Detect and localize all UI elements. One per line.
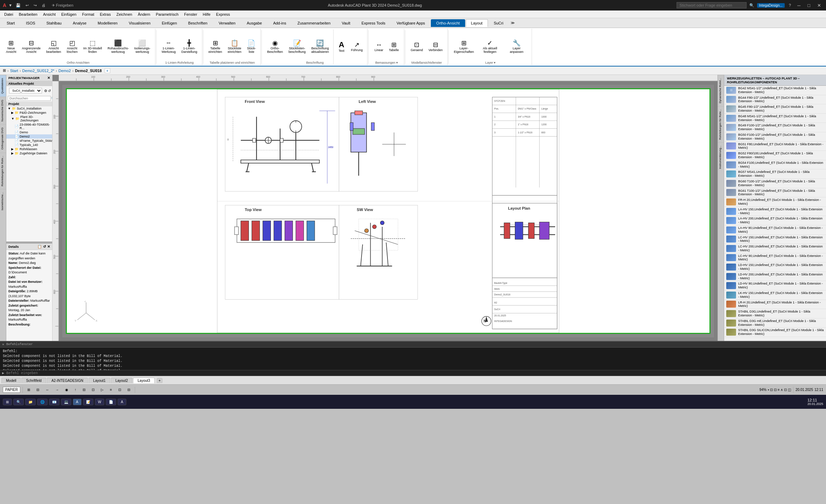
menu-format[interactable]: Format xyxy=(79,12,97,17)
ribbon-btn-geraend[interactable]: ⊡ Geraend xyxy=(408,40,425,54)
project-settings-icon[interactable]: ⚙ xyxy=(44,89,47,93)
menu-ansicht[interactable]: Ansicht xyxy=(40,12,58,17)
project-refresh-icon[interactable]: ↺ xyxy=(48,89,51,93)
command-close-icon[interactable]: ✕ xyxy=(2,342,4,346)
ribbon-btn-neue-ansicht[interactable]: ⊞ NeueAnsicht xyxy=(4,38,19,55)
list-item[interactable]: LD-HV 150,Undefined_ET (SuCri Module 1 -… xyxy=(724,262,826,272)
details-close-icon[interactable]: ✕ xyxy=(47,245,50,248)
status-clean[interactable]: ⊟ xyxy=(125,387,133,393)
ribbon-btn-tabelle-bem[interactable]: ⊞ Tabelle xyxy=(386,40,401,54)
list-item[interactable]: FR-H 20,Undefined_ET (SuCri Module 1 - S… xyxy=(724,197,826,207)
ribbon-btn-stuecklisten-beschriftung[interactable]: 📝 Stücklisten-beschriftung xyxy=(286,38,308,55)
list-item[interactable]: LA-HV 200,Undefined_ET (SuCri Module 1 -… xyxy=(724,216,826,225)
side-tab-orthogonale[interactable]: Orthogonale DVG xyxy=(0,124,6,153)
list-item[interactable]: STABIL D3G mE,Undefined_ET (SuCri Module… xyxy=(724,318,826,328)
menu-datei[interactable]: Datei xyxy=(1,12,16,17)
details-refresh-icon[interactable]: ↺ xyxy=(43,245,46,248)
side-tab-dynamische[interactable]: Dynamische Rohrl... xyxy=(718,75,724,106)
minimize-button[interactable]: ─ xyxy=(795,2,803,9)
ribbon-btn-als-aktuell-festlegen[interactable]: ✓ Als aktuell festlegen xyxy=(477,38,503,55)
project-search-input[interactable] xyxy=(8,96,50,100)
status-papier[interactable]: PAPIER xyxy=(3,387,20,393)
list-item[interactable]: LC-HV 150,Undefined_ET (SuCri Module 1 -… xyxy=(724,235,826,244)
status-otrack[interactable]: ↑ xyxy=(72,387,79,393)
ribbon-btn-linear[interactable]: ↔ Linear xyxy=(372,40,386,54)
list-item[interactable]: BG54 F100,Undefined_ET (SuCri Module 1 -… xyxy=(724,160,826,170)
tab-layout[interactable]: Layout xyxy=(466,19,488,27)
tab-addins[interactable]: Add-ins xyxy=(268,19,291,27)
list-item[interactable]: LK-HV 150,Undefined_ET (SuCri Module 1 -… xyxy=(724,290,826,300)
new-tab-button[interactable]: + xyxy=(105,68,110,73)
list-item[interactable]: BG44 F80-1/2",Undefined_ET (SuCri Module… xyxy=(724,95,826,105)
taskbar-autocad[interactable]: A xyxy=(73,399,82,405)
status-ortho[interactable]: ↔ xyxy=(43,387,51,393)
list-item[interactable]: ⊡ BG42 MS41-1/2",Undefined_ET (SuCri Mod… xyxy=(724,86,826,95)
taskbar-explorer[interactable]: 📁 xyxy=(25,399,36,405)
breadcrumb-demo2-su012[interactable]: Demo2_SU012_2* xyxy=(22,69,55,73)
tab-isos[interactable]: ISOS xyxy=(21,19,40,27)
qat-redo[interactable]: ↪ xyxy=(32,3,38,8)
list-item[interactable]: LA-HV 90,Undefined_ET (SuCri Module 1 - … xyxy=(724,225,826,235)
tab-overflow[interactable]: ≫ xyxy=(511,21,515,25)
list-item[interactable]: LA-HV 150,Undefined_ET (SuCri Module 1 -… xyxy=(724,207,826,216)
ribbon-btn-layer-eigenschaften[interactable]: ⊞ Layer-Eigenschaften xyxy=(451,38,476,55)
tab-zusammenarbeiten[interactable]: Zusammenarbeiten xyxy=(292,19,336,27)
tab-einfuegen[interactable]: Einfügen xyxy=(156,19,182,27)
taskbar-autocad2[interactable]: A xyxy=(118,399,126,405)
list-item[interactable]: STABIL D3G SILICON,Undefined_ET (SuCri M… xyxy=(724,328,826,337)
list-item[interactable]: LC-HV 200,Undefined_ET (SuCri Module 1 -… xyxy=(724,244,826,253)
ribbon-btn-beschriftung-aktualisieren[interactable]: 🔄 Beschriftungaktualisieren xyxy=(309,38,331,55)
list-item[interactable]: BG57 MS41,Undefined_ET (SuCri Module 1 -… xyxy=(724,169,826,179)
tab-modellieren[interactable]: Modellieren xyxy=(92,19,123,27)
project-search-icon[interactable]: 🔍 xyxy=(50,97,52,100)
taskbar-edge[interactable]: 🌐 xyxy=(37,399,48,405)
drawing-background[interactable]: Front View xyxy=(62,85,714,337)
side-tab-instrumentierung[interactable]: Instrumentierung... xyxy=(718,142,724,172)
tab-verfuegbare-apps[interactable]: Verfügbare Apps xyxy=(391,19,430,27)
list-item[interactable]: BG45 F80-1/2",Undefined_ET (SuCri Module… xyxy=(724,104,826,114)
tab-modell[interactable]: Modell xyxy=(1,378,21,383)
taskbar-notepad[interactable]: 📝 xyxy=(83,399,93,405)
close-button[interactable]: ✕ xyxy=(815,2,823,9)
help-icon[interactable]: ? xyxy=(788,3,792,7)
menu-einfuegen[interactable]: Einfügen xyxy=(58,12,79,17)
ribbon-btn-rohausbruchs[interactable]: ⬛ Rohausbruchs-werkzeug xyxy=(105,38,131,55)
search-input[interactable] xyxy=(677,2,747,8)
tab-start[interactable]: Start xyxy=(1,19,20,27)
tree-item-sframe[interactable]: 📄 sFrame_Typicals_Stütz... xyxy=(6,139,52,143)
list-item[interactable]: LC-HV 90,Undefined_ET (SuCri Module 1 - … xyxy=(724,253,826,263)
tab-sucri[interactable]: SuCri xyxy=(489,19,509,27)
tree-item-23-0996[interactable]: 📄 23-0996-40-TDM005-R... xyxy=(6,122,52,130)
menu-extras[interactable]: Extras xyxy=(97,12,113,17)
command-input[interactable] xyxy=(6,371,824,375)
tree-item-demo2[interactable]: 📄 Demo2 xyxy=(6,134,52,139)
status-select[interactable]: ▷ xyxy=(98,387,106,393)
list-item[interactable]: BG50 F100-1/2",Undefined_ET (SuCri Modul… xyxy=(724,132,826,142)
list-item[interactable]: LR-H 20,Undefined_ET (SuCri Module 1 - S… xyxy=(724,300,826,309)
side-tab-rohrleitungen[interactable]: Rohrleitungen für Rohr... xyxy=(0,153,6,189)
status-lineweight[interactable]: ⊟ xyxy=(80,387,88,393)
tree-item-sucri[interactable]: ▼ 📁 SuCri_Installation xyxy=(6,106,52,111)
new-layout-button[interactable]: + xyxy=(157,378,162,383)
app-menu-icon[interactable]: ▼ xyxy=(8,3,12,7)
tree-item-typicals[interactable]: 📄 Typicals_140 xyxy=(6,143,52,147)
side-tab-numerische[interactable]: Numerische DVG xyxy=(0,97,6,124)
ribbon-btn-ansicht-loeschen[interactable]: ◰ Ansichtlöschen xyxy=(64,38,80,55)
tab-stahlbau[interactable]: Stahlbau xyxy=(41,19,67,27)
list-item[interactable]: BG51 F80,Undefined_ET (SuCri Module 1 - … xyxy=(724,142,826,151)
list-item[interactable]: STABIL D3G,Undefined_ET (SuCri Module 1 … xyxy=(724,309,826,318)
qat-save[interactable]: 💾 xyxy=(14,3,22,8)
search-icon[interactable]: 🔍 xyxy=(749,3,754,8)
tab-layout1[interactable]: Layout1 xyxy=(89,378,110,383)
menu-fenster[interactable]: Fenster xyxy=(181,12,200,17)
list-item[interactable]: BG48 MS41-1/2",Undefined_ET (SuCri Modul… xyxy=(724,114,826,123)
menu-parametrisch[interactable]: Parametrisch xyxy=(153,12,181,17)
project-dropdown[interactable]: SuCri_Installation xyxy=(9,88,42,93)
list-item[interactable]: LD-HV 200,Undefined_ET (SuCri Module 1 -… xyxy=(724,272,826,281)
side-tab-qualidateien[interactable]: Qualidateien xyxy=(0,75,6,97)
list-item[interactable]: BG60 T100-1/2",Undefined_ET (SuCri Modul… xyxy=(724,179,826,188)
nav-home-icon[interactable]: ⊞ xyxy=(3,68,6,73)
canvas-area[interactable]: 100 200 300 400 500 600 xyxy=(52,75,718,341)
tree-item-zugehoerige[interactable]: ▶ 📁 Zugehörige Dateien xyxy=(6,151,52,155)
taskbar-windows[interactable]: ⊞ xyxy=(3,399,12,405)
